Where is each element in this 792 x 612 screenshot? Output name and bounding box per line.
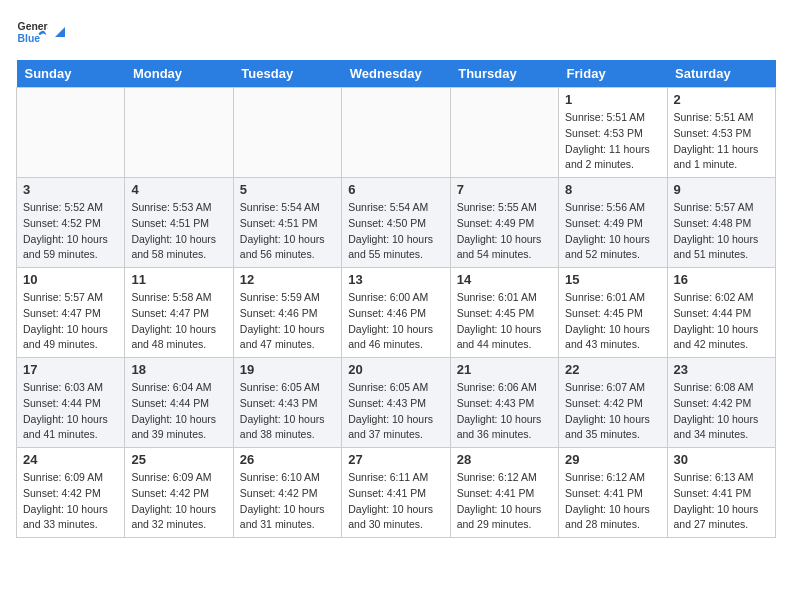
calendar-body: 1Sunrise: 5:51 AM Sunset: 4:53 PM Daylig… xyxy=(17,88,776,538)
day-info: Sunrise: 6:09 AM Sunset: 4:42 PM Dayligh… xyxy=(131,470,226,533)
weekday-header-tuesday: Tuesday xyxy=(233,60,341,88)
day-number: 9 xyxy=(674,182,769,197)
calendar-cell xyxy=(233,88,341,178)
day-info: Sunrise: 6:03 AM Sunset: 4:44 PM Dayligh… xyxy=(23,380,118,443)
logo-triangle-icon xyxy=(53,25,67,39)
day-info: Sunrise: 6:00 AM Sunset: 4:46 PM Dayligh… xyxy=(348,290,443,353)
day-info: Sunrise: 6:11 AM Sunset: 4:41 PM Dayligh… xyxy=(348,470,443,533)
svg-text:Blue: Blue xyxy=(18,33,41,44)
day-number: 20 xyxy=(348,362,443,377)
day-info: Sunrise: 6:12 AM Sunset: 4:41 PM Dayligh… xyxy=(565,470,660,533)
calendar-cell: 23Sunrise: 6:08 AM Sunset: 4:42 PM Dayli… xyxy=(667,358,775,448)
weekday-header-wednesday: Wednesday xyxy=(342,60,450,88)
day-info: Sunrise: 5:52 AM Sunset: 4:52 PM Dayligh… xyxy=(23,200,118,263)
day-info: Sunrise: 5:53 AM Sunset: 4:51 PM Dayligh… xyxy=(131,200,226,263)
weekday-header-sunday: Sunday xyxy=(17,60,125,88)
logo: General Blue xyxy=(16,16,68,48)
calendar-header: SundayMondayTuesdayWednesdayThursdayFrid… xyxy=(17,60,776,88)
weekday-header-monday: Monday xyxy=(125,60,233,88)
calendar-cell xyxy=(17,88,125,178)
day-number: 28 xyxy=(457,452,552,467)
calendar-cell: 20Sunrise: 6:05 AM Sunset: 4:43 PM Dayli… xyxy=(342,358,450,448)
day-info: Sunrise: 6:10 AM Sunset: 4:42 PM Dayligh… xyxy=(240,470,335,533)
day-number: 21 xyxy=(457,362,552,377)
day-info: Sunrise: 6:04 AM Sunset: 4:44 PM Dayligh… xyxy=(131,380,226,443)
calendar-cell xyxy=(125,88,233,178)
calendar-cell xyxy=(450,88,558,178)
calendar-cell: 18Sunrise: 6:04 AM Sunset: 4:44 PM Dayli… xyxy=(125,358,233,448)
calendar-cell: 1Sunrise: 5:51 AM Sunset: 4:53 PM Daylig… xyxy=(559,88,667,178)
svg-marker-2 xyxy=(55,27,65,37)
day-info: Sunrise: 5:54 AM Sunset: 4:50 PM Dayligh… xyxy=(348,200,443,263)
calendar-week-row: 1Sunrise: 5:51 AM Sunset: 4:53 PM Daylig… xyxy=(17,88,776,178)
day-info: Sunrise: 6:13 AM Sunset: 4:41 PM Dayligh… xyxy=(674,470,769,533)
calendar-cell: 5Sunrise: 5:54 AM Sunset: 4:51 PM Daylig… xyxy=(233,178,341,268)
day-info: Sunrise: 6:06 AM Sunset: 4:43 PM Dayligh… xyxy=(457,380,552,443)
day-number: 29 xyxy=(565,452,660,467)
calendar-table: SundayMondayTuesdayWednesdayThursdayFrid… xyxy=(16,60,776,538)
calendar-cell: 14Sunrise: 6:01 AM Sunset: 4:45 PM Dayli… xyxy=(450,268,558,358)
calendar-cell: 17Sunrise: 6:03 AM Sunset: 4:44 PM Dayli… xyxy=(17,358,125,448)
calendar-week-row: 17Sunrise: 6:03 AM Sunset: 4:44 PM Dayli… xyxy=(17,358,776,448)
day-number: 1 xyxy=(565,92,660,107)
day-number: 14 xyxy=(457,272,552,287)
day-info: Sunrise: 5:54 AM Sunset: 4:51 PM Dayligh… xyxy=(240,200,335,263)
weekday-header-friday: Friday xyxy=(559,60,667,88)
weekday-header-thursday: Thursday xyxy=(450,60,558,88)
day-number: 7 xyxy=(457,182,552,197)
calendar-cell: 15Sunrise: 6:01 AM Sunset: 4:45 PM Dayli… xyxy=(559,268,667,358)
day-info: Sunrise: 6:07 AM Sunset: 4:42 PM Dayligh… xyxy=(565,380,660,443)
calendar-week-row: 3Sunrise: 5:52 AM Sunset: 4:52 PM Daylig… xyxy=(17,178,776,268)
calendar-cell: 28Sunrise: 6:12 AM Sunset: 4:41 PM Dayli… xyxy=(450,448,558,538)
day-number: 8 xyxy=(565,182,660,197)
day-info: Sunrise: 6:02 AM Sunset: 4:44 PM Dayligh… xyxy=(674,290,769,353)
day-number: 3 xyxy=(23,182,118,197)
calendar-cell: 6Sunrise: 5:54 AM Sunset: 4:50 PM Daylig… xyxy=(342,178,450,268)
day-number: 4 xyxy=(131,182,226,197)
calendar-cell: 3Sunrise: 5:52 AM Sunset: 4:52 PM Daylig… xyxy=(17,178,125,268)
day-info: Sunrise: 6:12 AM Sunset: 4:41 PM Dayligh… xyxy=(457,470,552,533)
calendar-cell: 11Sunrise: 5:58 AM Sunset: 4:47 PM Dayli… xyxy=(125,268,233,358)
calendar-cell: 13Sunrise: 6:00 AM Sunset: 4:46 PM Dayli… xyxy=(342,268,450,358)
calendar-week-row: 10Sunrise: 5:57 AM Sunset: 4:47 PM Dayli… xyxy=(17,268,776,358)
calendar-cell xyxy=(342,88,450,178)
weekday-header-saturday: Saturday xyxy=(667,60,775,88)
day-info: Sunrise: 5:57 AM Sunset: 4:47 PM Dayligh… xyxy=(23,290,118,353)
day-info: Sunrise: 5:59 AM Sunset: 4:46 PM Dayligh… xyxy=(240,290,335,353)
day-number: 25 xyxy=(131,452,226,467)
day-info: Sunrise: 5:56 AM Sunset: 4:49 PM Dayligh… xyxy=(565,200,660,263)
page-header: General Blue xyxy=(16,16,776,48)
calendar-cell: 2Sunrise: 5:51 AM Sunset: 4:53 PM Daylig… xyxy=(667,88,775,178)
day-info: Sunrise: 6:01 AM Sunset: 4:45 PM Dayligh… xyxy=(565,290,660,353)
day-number: 26 xyxy=(240,452,335,467)
day-number: 13 xyxy=(348,272,443,287)
day-info: Sunrise: 5:55 AM Sunset: 4:49 PM Dayligh… xyxy=(457,200,552,263)
day-info: Sunrise: 5:57 AM Sunset: 4:48 PM Dayligh… xyxy=(674,200,769,263)
calendar-cell: 8Sunrise: 5:56 AM Sunset: 4:49 PM Daylig… xyxy=(559,178,667,268)
day-number: 6 xyxy=(348,182,443,197)
calendar-cell: 9Sunrise: 5:57 AM Sunset: 4:48 PM Daylig… xyxy=(667,178,775,268)
calendar-cell: 4Sunrise: 5:53 AM Sunset: 4:51 PM Daylig… xyxy=(125,178,233,268)
day-number: 30 xyxy=(674,452,769,467)
day-number: 15 xyxy=(565,272,660,287)
calendar-cell: 16Sunrise: 6:02 AM Sunset: 4:44 PM Dayli… xyxy=(667,268,775,358)
day-number: 22 xyxy=(565,362,660,377)
calendar-cell: 29Sunrise: 6:12 AM Sunset: 4:41 PM Dayli… xyxy=(559,448,667,538)
day-number: 16 xyxy=(674,272,769,287)
day-info: Sunrise: 5:51 AM Sunset: 4:53 PM Dayligh… xyxy=(674,110,769,173)
day-number: 18 xyxy=(131,362,226,377)
logo-icon: General Blue xyxy=(16,16,48,48)
day-number: 2 xyxy=(674,92,769,107)
calendar-cell: 26Sunrise: 6:10 AM Sunset: 4:42 PM Dayli… xyxy=(233,448,341,538)
day-number: 5 xyxy=(240,182,335,197)
calendar-cell: 19Sunrise: 6:05 AM Sunset: 4:43 PM Dayli… xyxy=(233,358,341,448)
day-number: 19 xyxy=(240,362,335,377)
day-number: 10 xyxy=(23,272,118,287)
day-number: 27 xyxy=(348,452,443,467)
day-number: 17 xyxy=(23,362,118,377)
day-info: Sunrise: 6:09 AM Sunset: 4:42 PM Dayligh… xyxy=(23,470,118,533)
calendar-cell: 22Sunrise: 6:07 AM Sunset: 4:42 PM Dayli… xyxy=(559,358,667,448)
day-info: Sunrise: 6:05 AM Sunset: 4:43 PM Dayligh… xyxy=(348,380,443,443)
calendar-cell: 21Sunrise: 6:06 AM Sunset: 4:43 PM Dayli… xyxy=(450,358,558,448)
day-number: 24 xyxy=(23,452,118,467)
